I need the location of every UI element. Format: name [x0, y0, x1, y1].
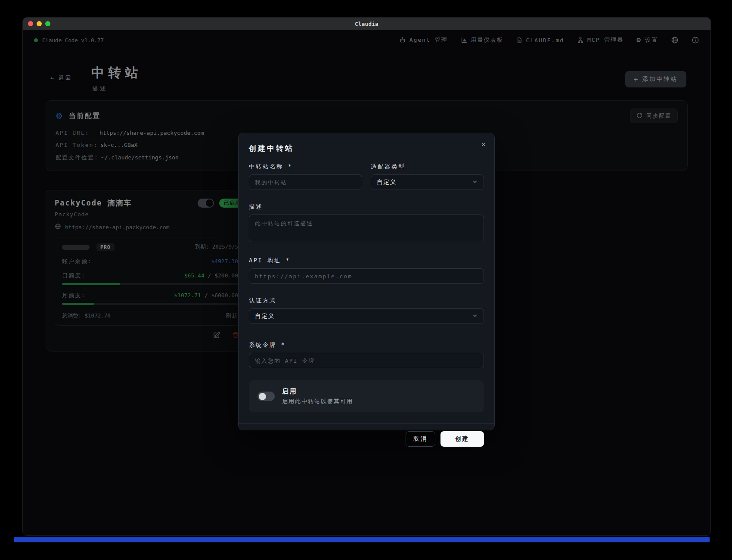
app-window: Claudia Claude Code v1.0.77 Agent 管理: [22, 17, 711, 536]
modal-footer: 取消 创建: [249, 431, 484, 447]
window-title: Claudia: [355, 21, 378, 27]
titlebar: Claudia: [23, 18, 710, 30]
auth-selected-value: 自定义: [255, 312, 275, 320]
enable-toggle[interactable]: [257, 392, 275, 401]
dock-accent-bar: [14, 537, 710, 542]
create-button[interactable]: 创建: [440, 431, 484, 447]
cancel-button[interactable]: 取消: [406, 431, 435, 447]
api-url-field-group: API 地址 *: [249, 257, 484, 284]
description-textarea[interactable]: [249, 215, 484, 242]
system-token-input[interactable]: [249, 353, 484, 368]
enable-title: 启用: [282, 387, 353, 395]
traffic-lights: [28, 21, 50, 26]
footer-divider: [239, 423, 494, 424]
close-window-button[interactable]: [28, 21, 33, 26]
adapter-selected-value: 自定义: [377, 178, 397, 186]
toggle-knob: [259, 393, 266, 400]
name-label: 中转站名称 *: [249, 163, 362, 171]
api-url-input[interactable]: [249, 268, 484, 284]
desktop: Claudia Claude Code v1.0.77 Agent 管理: [0, 0, 732, 560]
adapter-field-group: 适配器类型 自定义: [371, 163, 484, 190]
description-field-group: 描述: [249, 203, 484, 244]
relay-name-input[interactable]: [249, 174, 362, 190]
name-field-group: 中转站名称 *: [249, 163, 362, 190]
close-icon[interactable]: ×: [481, 141, 486, 148]
api-url-label: API 地址 *: [249, 257, 484, 264]
zoom-window-button[interactable]: [45, 21, 50, 26]
adapter-type-select[interactable]: 自定义: [371, 174, 484, 190]
enable-toggle-card: 启用 启用此中转站以使其可用: [249, 380, 484, 412]
adapter-label: 适配器类型: [371, 163, 484, 171]
auth-method-select[interactable]: 自定义: [249, 308, 484, 324]
chevron-down-icon: [472, 179, 478, 186]
auth-field-group: 认证方式 自定义: [249, 297, 484, 324]
token-label: 系统令牌 *: [249, 341, 484, 349]
auth-method-label: 认证方式: [249, 297, 484, 305]
modal-title: 创建中转站: [249, 143, 484, 153]
minimize-window-button[interactable]: [37, 21, 42, 26]
token-field-group: 系统令牌 *: [249, 341, 484, 368]
enable-text-block: 启用 启用此中转站以使其可用: [282, 387, 353, 405]
name-adapter-row: 中转站名称 * 适配器类型 自定义: [249, 163, 484, 190]
chevron-down-icon: [472, 313, 478, 320]
enable-description: 启用此中转站以使其可用: [282, 398, 353, 405]
create-relay-modal: × 创建中转站 中转站名称 * 适配器类型 自定义: [238, 133, 495, 430]
description-label: 描述: [249, 203, 484, 211]
